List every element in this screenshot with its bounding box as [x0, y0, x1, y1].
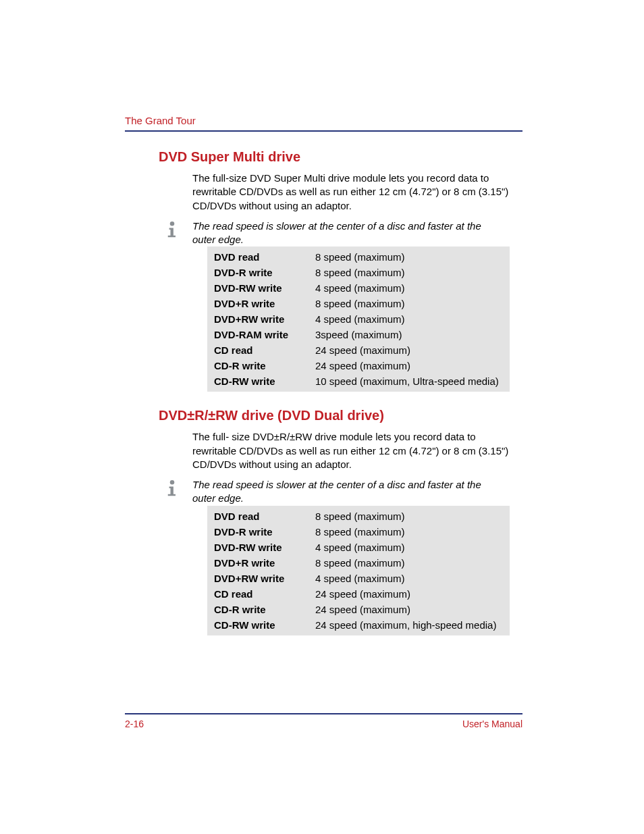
spec-label: DVD-RW write: [214, 542, 315, 553]
page-number: 2-16: [125, 719, 144, 729]
spec-value: 24 speed (maximum, high-speed media): [315, 619, 503, 631]
note-text-dual: The read speed is slower at the center o…: [192, 478, 503, 506]
spec-row: DVD+R write8 speed (maximum): [207, 296, 510, 311]
spec-value: 24 speed (maximum): [315, 604, 503, 615]
spec-value: 24 speed (maximum): [315, 588, 503, 600]
running-head: The Grand Tour: [125, 115, 522, 126]
spec-value: 4 speed (maximum): [315, 542, 503, 553]
spec-row: CD-R write24 speed (maximum): [207, 602, 510, 617]
svg-point-0: [170, 221, 175, 226]
spec-row: CD read24 speed (maximum): [207, 342, 510, 358]
spec-label: CD-R write: [214, 604, 315, 615]
spec-value: 10 speed (maximum, Ultra-speed media): [315, 375, 503, 387]
spec-row: DVD-R write8 speed (maximum): [207, 524, 510, 540]
spec-table-multi: DVD read8 speed (maximum)DVD-R write8 sp…: [207, 246, 510, 392]
note-block-dual: The read speed is slower at the center o…: [162, 478, 522, 506]
spec-row: CD-R write24 speed (maximum): [207, 358, 510, 373]
spec-label: DVD read: [214, 251, 315, 263]
info-icon: [162, 478, 182, 498]
spec-row: DVD read8 speed (maximum): [207, 249, 510, 265]
spec-label: DVD-R write: [214, 267, 315, 278]
spec-label: CD-R write: [214, 360, 315, 371]
page-footer: 2-16 User's Manual: [125, 713, 522, 729]
spec-value: 24 speed (maximum): [315, 360, 503, 371]
spec-row: DVD-RAM write3speed (maximum): [207, 327, 510, 342]
spec-label: DVD read: [214, 511, 315, 522]
spec-row: CD-RW write10 speed (maximum, Ultra-spee…: [207, 373, 510, 389]
spec-row: DVD+R write8 speed (maximum): [207, 555, 510, 571]
spec-table-dual: DVD read8 speed (maximum)DVD-R write8 sp…: [207, 506, 510, 635]
spec-label: DVD-R write: [214, 526, 315, 538]
spec-value: 4 speed (maximum): [315, 573, 503, 584]
spec-value: 8 speed (maximum): [315, 526, 503, 538]
spec-label: DVD+RW write: [214, 313, 315, 325]
spec-value: 8 speed (maximum): [315, 511, 503, 522]
spec-label: DVD+R write: [214, 298, 315, 309]
note-block-multi: The read speed is slower at the center o…: [162, 219, 522, 247]
info-icon: [162, 219, 182, 240]
spec-label: DVD-RW write: [214, 282, 315, 294]
spec-value: 3speed (maximum): [315, 329, 503, 340]
doc-title: User's Manual: [462, 719, 522, 729]
spec-label: CD read: [214, 344, 315, 356]
spec-label: CD-RW write: [214, 619, 315, 631]
spec-value: 4 speed (maximum): [315, 313, 503, 325]
section-body-dual: The full- size DVD±R/±RW drive module le…: [192, 430, 510, 471]
spec-value: 8 speed (maximum): [315, 298, 503, 309]
spec-label: DVD+RW write: [214, 573, 315, 584]
spec-label: CD-RW write: [214, 375, 315, 387]
spec-row: DVD-R write8 speed (maximum): [207, 265, 510, 280]
page: The Grand Tour DVD Super Multi drive The…: [0, 0, 644, 834]
note-text-multi: The read speed is slower at the center o…: [192, 219, 503, 247]
spec-row: CD read24 speed (maximum): [207, 586, 510, 602]
section-body-multi: The full-size DVD Super Multi drive modu…: [192, 172, 510, 213]
spec-row: DVD-RW write4 speed (maximum): [207, 280, 510, 296]
spec-value: 8 speed (maximum): [315, 251, 503, 263]
spec-row: DVD+RW write4 speed (maximum): [207, 311, 510, 327]
svg-point-1: [170, 480, 175, 485]
spec-row: DVD-RW write4 speed (maximum): [207, 540, 510, 555]
spec-row: DVD read8 speed (maximum): [207, 509, 510, 524]
spec-label: DVD-RAM write: [214, 329, 315, 340]
spec-value: 24 speed (maximum): [315, 344, 503, 356]
spec-value: 8 speed (maximum): [315, 267, 503, 278]
section-title-dual: DVD±R/±RW drive (DVD Dual drive): [159, 408, 522, 423]
spec-value: 8 speed (maximum): [315, 557, 503, 569]
spec-row: CD-RW write24 speed (maximum, high-speed…: [207, 617, 510, 633]
spec-value: 4 speed (maximum): [315, 282, 503, 294]
footer-rule: [125, 713, 522, 714]
spec-label: DVD+R write: [214, 557, 315, 569]
spec-row: DVD+RW write4 speed (maximum): [207, 571, 510, 586]
spec-label: CD read: [214, 588, 315, 600]
section-title-multi: DVD Super Multi drive: [159, 149, 522, 165]
top-rule: [125, 130, 522, 132]
